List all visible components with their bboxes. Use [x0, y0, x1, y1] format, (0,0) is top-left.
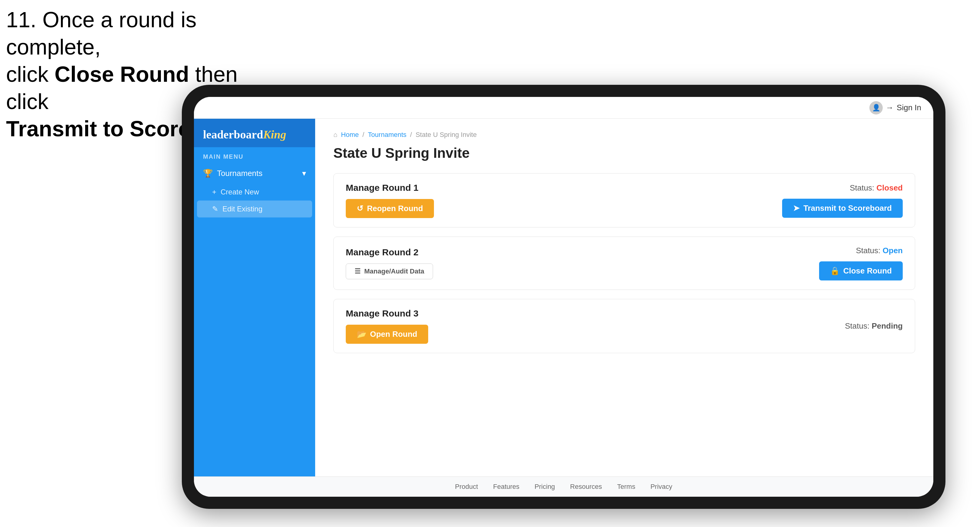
close-round-button[interactable]: 🔒 Close Round — [819, 261, 903, 281]
edit-icon: ✎ — [212, 205, 218, 213]
home-icon: ⌂ — [333, 131, 337, 139]
edit-existing-label: Edit Existing — [223, 205, 262, 213]
trophy-icon: 🏆 — [203, 169, 213, 178]
sidebar: leaderboardKing MAIN MENU 🏆 Tournaments … — [194, 119, 315, 476]
round-1-section: Manage Round 1 ↺ Reopen Round Status: Cl… — [333, 173, 915, 227]
footer-terms[interactable]: Terms — [617, 483, 635, 490]
instruction-bold1: Close Round — [54, 62, 189, 86]
open-round-label: Open Round — [370, 330, 417, 339]
open-round-button[interactable]: 📂 Open Round — [346, 325, 428, 344]
footer: Product Features Pricing Resources Terms… — [194, 476, 933, 497]
footer-pricing[interactable]: Pricing — [535, 483, 555, 490]
sidebar-item-create-new[interactable]: + Create New — [194, 184, 315, 200]
sign-in-button[interactable]: 👤 → Sign In — [869, 101, 921, 114]
audit-icon: ☰ — [355, 267, 361, 275]
round-3-status-value: Pending — [872, 321, 903, 330]
round-3-status-label: Status: — [845, 321, 869, 330]
create-new-label: Create New — [221, 188, 259, 196]
top-bar: 👤 → Sign In — [194, 97, 933, 119]
close-round-label: Close Round — [843, 266, 892, 276]
reopen-round-label: Reopen Round — [367, 204, 423, 213]
round-1-title: Manage Round 1 — [346, 183, 434, 193]
chevron-down-icon: ▾ — [302, 169, 306, 178]
instruction-line1: 11. Once a round is complete, — [6, 8, 196, 59]
logo-brand: King — [263, 128, 286, 141]
content-panel: ⌂ Home / Tournaments / State U Spring In… — [315, 119, 933, 476]
breadcrumb-sep2: / — [410, 131, 412, 139]
sign-in-label: Sign In — [897, 103, 921, 113]
round-3-section: Manage Round 3 📂 Open Round Status: Pend… — [333, 299, 915, 353]
breadcrumb-home[interactable]: Home — [341, 131, 359, 139]
manage-audit-data-button[interactable]: ☰ Manage/Audit Data — [346, 264, 433, 279]
round-3-status: Status: Pending — [845, 321, 903, 331]
round-1-status-label: Status: — [850, 183, 874, 192]
round-2-title: Manage Round 2 — [346, 247, 433, 257]
transmit-icon: ➤ — [793, 203, 800, 213]
main-menu-label: MAIN MENU — [194, 147, 315, 163]
sidebar-item-edit-existing[interactable]: ✎ Edit Existing — [197, 200, 312, 217]
round-2-status-label: Status: — [856, 246, 880, 255]
footer-features[interactable]: Features — [493, 483, 519, 490]
footer-resources[interactable]: Resources — [570, 483, 602, 490]
footer-product[interactable]: Product — [455, 483, 478, 490]
round-2-status: Status: Open — [856, 246, 903, 255]
close-icon: 🔒 — [830, 266, 840, 276]
plus-icon: + — [212, 188, 216, 196]
footer-privacy[interactable]: Privacy — [650, 483, 672, 490]
round-2-section: Manage Round 2 ☰ Manage/Audit Data Statu… — [333, 237, 915, 290]
tablet-screen: 👤 → Sign In leaderboardKing MAIN MENU 🏆 — [194, 97, 933, 497]
round-1-status: Status: Closed — [850, 183, 903, 193]
reopen-round-button[interactable]: ↺ Reopen Round — [346, 199, 434, 218]
instruction-line2: click — [6, 62, 54, 86]
open-icon: 📂 — [357, 330, 366, 339]
reopen-icon: ↺ — [357, 204, 363, 213]
round-2-status-value: Open — [883, 246, 903, 255]
sidebar-item-tournaments[interactable]: 🏆 Tournaments ▾ — [194, 163, 315, 184]
manage-audit-label: Manage/Audit Data — [364, 267, 424, 275]
user-avatar: 👤 — [869, 101, 883, 114]
logo: leaderboardKing — [203, 128, 306, 141]
tablet-frame: 👤 → Sign In leaderboardKing MAIN MENU 🏆 — [182, 85, 945, 509]
main-area: leaderboardKing MAIN MENU 🏆 Tournaments … — [194, 119, 933, 476]
round-1-status-value: Closed — [877, 183, 903, 192]
page-title: State U Spring Invite — [333, 145, 915, 161]
breadcrumb-current: State U Spring Invite — [415, 131, 477, 139]
breadcrumb-sep1: / — [363, 131, 364, 139]
logo-area: leaderboardKing — [194, 119, 315, 147]
breadcrumb: ⌂ Home / Tournaments / State U Spring In… — [333, 131, 915, 139]
transmit-to-scoreboard-button[interactable]: ➤ Transmit to Scoreboard — [782, 199, 903, 218]
user-icon: 👤 — [872, 104, 880, 112]
signin-arrow-icon: → — [886, 103, 894, 113]
sidebar-tournaments-label: Tournaments — [217, 169, 262, 178]
breadcrumb-tournaments[interactable]: Tournaments — [368, 131, 406, 139]
transmit-label: Transmit to Scoreboard — [803, 203, 892, 213]
round-3-title: Manage Round 3 — [346, 308, 428, 319]
